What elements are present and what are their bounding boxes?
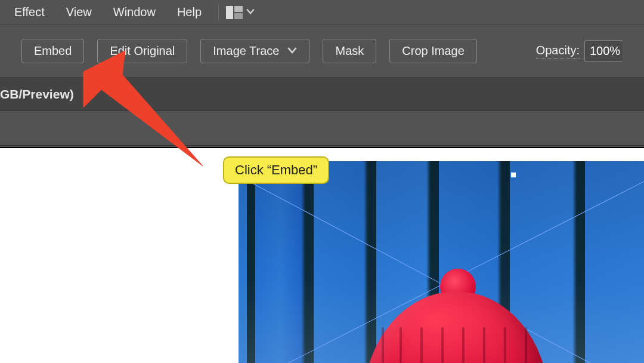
edit-original-label: Edit Original [110, 44, 175, 58]
embed-button[interactable]: Embed [21, 39, 84, 63]
opacity-value-input[interactable]: 100% [584, 40, 623, 62]
embed-button-label: Embed [34, 44, 72, 58]
workspace-layout-icon [226, 6, 243, 19]
opacity-label[interactable]: Opacity: [536, 44, 580, 59]
svg-rect-0 [226, 6, 233, 19]
opacity-control: Opacity: 100% [536, 40, 623, 62]
document-tab-label[interactable]: GB/Preview) [0, 87, 78, 101]
menu-view[interactable]: View [55, 3, 103, 21]
mask-button-label: Mask [335, 44, 364, 58]
close-tab-icon[interactable] [78, 88, 98, 101]
chevron-down-icon [246, 7, 255, 18]
workspace-switcher[interactable] [225, 6, 256, 19]
edit-original-button[interactable]: Edit Original [97, 39, 187, 63]
mask-button[interactable]: Mask [323, 39, 376, 63]
control-bar: Embed Edit Original Image Trace Mask Cro… [0, 25, 644, 78]
svg-rect-2 [234, 13, 243, 19]
chevron-down-icon [287, 45, 297, 57]
document-tab-strip: GB/Preview) [0, 78, 644, 111]
sub-toolbar [0, 111, 644, 146]
image-trace-label: Image Trace [213, 44, 279, 58]
canvas-top-border [0, 147, 644, 148]
menu-separator [218, 4, 219, 21]
svg-rect-1 [234, 6, 243, 12]
callout-label: Click “Embed” [223, 156, 329, 184]
image-subject-hat [364, 269, 549, 363]
selection-handle[interactable] [510, 172, 516, 178]
menu-help[interactable]: Help [166, 3, 212, 21]
menu-window[interactable]: Window [103, 3, 166, 21]
crop-image-label: Crop Image [402, 44, 465, 58]
menu-effect[interactable]: Effect [4, 3, 55, 21]
image-trace-button[interactable]: Image Trace [200, 39, 309, 63]
linked-image[interactable] [239, 161, 644, 363]
crop-image-button[interactable]: Crop Image [389, 39, 477, 63]
menubar: Effect View Window Help [0, 0, 644, 25]
